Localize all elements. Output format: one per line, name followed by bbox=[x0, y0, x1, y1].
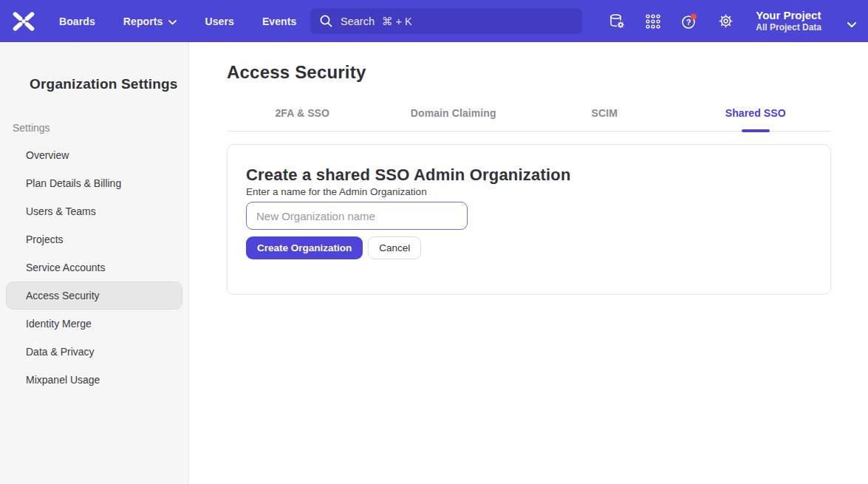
cancel-button[interactable]: Cancel bbox=[368, 236, 421, 259]
org-name-label: Enter a name for the Admin Organization bbox=[246, 186, 427, 197]
project-chevron-down-icon[interactable] bbox=[847, 18, 856, 31]
sidebar-item-service-accounts[interactable]: Service Accounts bbox=[6, 253, 182, 282]
card-title: Create a shared SSO Admin Organization bbox=[246, 166, 830, 185]
tab-domain-claiming[interactable]: Domain Claiming bbox=[378, 107, 530, 131]
org-settings-sidebar: Organization Settings Settings Overview … bbox=[0, 42, 189, 484]
apps-grid-icon[interactable] bbox=[644, 13, 662, 30]
settings-gear-icon[interactable] bbox=[717, 13, 734, 30]
search-placeholder: Search bbox=[341, 16, 375, 27]
org-name-input[interactable] bbox=[246, 202, 468, 230]
search-shortcut-hint: ⌘ + K bbox=[382, 16, 412, 27]
main-panel: Access Security 2FA & SSO Domain Claimin… bbox=[189, 42, 868, 484]
tab-scim[interactable]: SCIM bbox=[529, 107, 680, 131]
data-management-icon[interactable] bbox=[608, 13, 626, 30]
content-area: Organization Settings Settings Overview … bbox=[0, 42, 868, 484]
card-actions: Create Organization Cancel bbox=[246, 236, 830, 259]
project-switcher[interactable]: Your Project All Project Data bbox=[756, 9, 821, 33]
navbar-right-section: ? Your Project All Project Data bbox=[608, 0, 856, 42]
top-navbar: Boards Reports Users Events Search ⌘ + K bbox=[0, 0, 868, 42]
chevron-down-icon bbox=[168, 16, 177, 27]
nav-item-events[interactable]: Events bbox=[262, 16, 297, 27]
sidebar-title: Organization Settings bbox=[30, 76, 188, 92]
sidebar-item-overview[interactable]: Overview bbox=[6, 141, 182, 169]
mixpanel-logo-icon[interactable] bbox=[10, 10, 37, 33]
sidebar-item-data-privacy[interactable]: Data & Privacy bbox=[6, 338, 182, 366]
notification-badge bbox=[691, 13, 697, 19]
create-organization-button[interactable]: Create Organization bbox=[246, 236, 363, 259]
nav-item-reports-label: Reports bbox=[123, 16, 163, 27]
page-title: Access Security bbox=[227, 62, 868, 83]
project-name: Your Project bbox=[756, 9, 821, 22]
sidebar-section-label: Settings bbox=[13, 122, 188, 134]
sidebar-item-plan-details-billing[interactable]: Plan Details & Billing bbox=[6, 169, 182, 197]
sidebar-item-identity-merge[interactable]: Identity Merge bbox=[6, 310, 182, 338]
sidebar-item-access-security[interactable]: Access Security bbox=[6, 282, 182, 310]
help-icon[interactable]: ? bbox=[680, 13, 698, 30]
search-icon bbox=[319, 14, 333, 28]
nav-item-users[interactable]: Users bbox=[205, 16, 233, 27]
sidebar-nav-list: Overview Plan Details & Billing Users & … bbox=[0, 141, 188, 394]
create-shared-sso-card: Create a shared SSO Admin Organization E… bbox=[227, 144, 831, 295]
project-data-scope: All Project Data bbox=[756, 22, 821, 33]
primary-nav: Boards Reports Users Events bbox=[59, 16, 296, 27]
nav-item-reports[interactable]: Reports bbox=[123, 16, 177, 27]
svg-text:?: ? bbox=[686, 18, 691, 27]
sidebar-item-mixpanel-usage[interactable]: Mixpanel Usage bbox=[6, 366, 182, 394]
sidebar-item-users-teams[interactable]: Users & Teams bbox=[6, 197, 182, 225]
tab-2fa-sso[interactable]: 2FA & SSO bbox=[227, 107, 378, 131]
search-input[interactable]: Search ⌘ + K bbox=[310, 8, 582, 34]
sidebar-item-projects[interactable]: Projects bbox=[6, 225, 182, 253]
nav-item-boards[interactable]: Boards bbox=[59, 16, 95, 27]
access-security-tabs: 2FA & SSO Domain Claiming SCIM Shared SS… bbox=[227, 107, 831, 132]
app-window: Boards Reports Users Events Search ⌘ + K bbox=[0, 0, 868, 484]
tab-shared-sso[interactable]: Shared SSO bbox=[680, 107, 832, 131]
